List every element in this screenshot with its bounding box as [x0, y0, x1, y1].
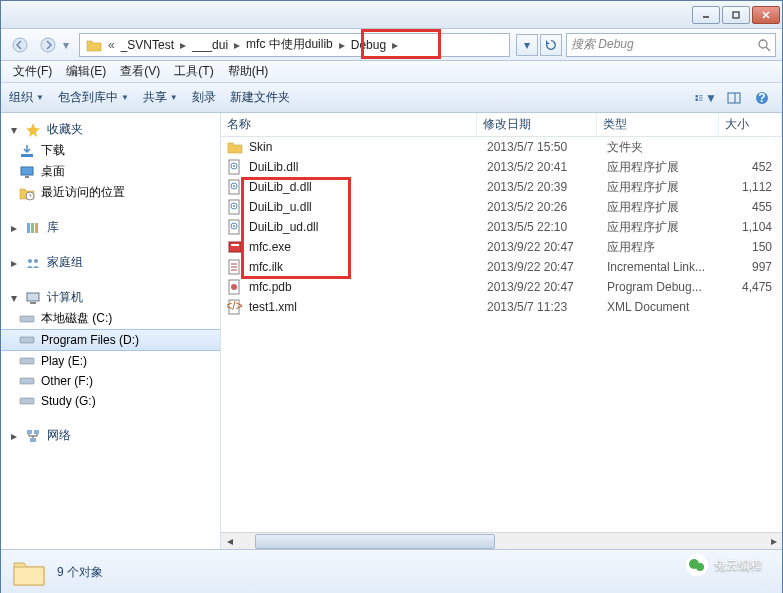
watermark: 兔云编程 [686, 554, 762, 576]
titlebar [1, 1, 782, 29]
view-options-button[interactable]: ▼ [694, 87, 718, 109]
sidebar-network-header[interactable]: ▸网络 [1, 425, 220, 446]
column-header-size[interactable]: 大小 [719, 113, 782, 136]
file-size: 455 [723, 200, 782, 214]
svg-rect-50 [231, 244, 239, 246]
svg-point-39 [233, 165, 235, 167]
chevron-right-icon[interactable]: ▸ [232, 38, 242, 52]
download-icon [19, 143, 35, 159]
help-button[interactable]: ? [750, 87, 774, 109]
sidebar-item-downloads[interactable]: 下载 [1, 140, 220, 161]
svg-rect-10 [699, 96, 702, 97]
search-input[interactable]: 搜索 Debug [566, 33, 776, 57]
file-date: 2013/9/22 20:47 [481, 280, 601, 294]
breadcrumb-segment[interactable]: mfc 中使用duilib [242, 36, 337, 53]
dll-icon [227, 179, 243, 195]
horizontal-scrollbar[interactable]: ◂ ▸ [221, 532, 782, 549]
navbar: ▾ « _SVNTest ▸ ___dui ▸ mfc 中使用duilib ▸ … [1, 29, 782, 61]
file-row[interactable]: mfc.exe2013/9/22 20:47应用程序150 [221, 237, 782, 257]
file-row[interactable]: Skin2013/5/7 15:50文件夹 [221, 137, 782, 157]
sidebar-drive-g[interactable]: Study (G:) [1, 391, 220, 411]
breadcrumb-bar[interactable]: « _SVNTest ▸ ___dui ▸ mfc 中使用duilib ▸ De… [79, 33, 510, 57]
sidebar-item-desktop[interactable]: 桌面 [1, 161, 220, 182]
svg-rect-36 [30, 438, 36, 442]
breadcrumb-dropdown-button[interactable]: ▾ [516, 34, 538, 56]
column-header-name[interactable]: 名称 [221, 113, 477, 136]
svg-rect-13 [699, 100, 702, 101]
svg-point-6 [759, 40, 767, 48]
file-row[interactable]: DuiLib.dll2013/5/2 20:41应用程序扩展452 [221, 157, 782, 177]
chevron-right-icon[interactable]: ▸ [178, 38, 188, 52]
file-date: 2013/5/2 20:26 [481, 200, 601, 214]
computer-icon [25, 290, 41, 306]
close-button[interactable] [752, 6, 780, 24]
sidebar-drive-f[interactable]: Other (F:) [1, 371, 220, 391]
file-name: mfc.pdb [249, 280, 481, 294]
sidebar-computer-header[interactable]: ▾计算机 [1, 287, 220, 308]
nav-history-dropdown[interactable]: ▾ [63, 38, 75, 52]
menu-view[interactable]: 查看(V) [114, 61, 166, 82]
scroll-left-icon[interactable]: ◂ [221, 533, 238, 550]
file-name: DuiLib_ud.dll [249, 220, 481, 234]
file-row[interactable]: DuiLib_d.dll2013/5/2 20:39应用程序扩展1,112 [221, 177, 782, 197]
file-name: DuiLib.dll [249, 160, 481, 174]
column-header-date[interactable]: 修改日期 [477, 113, 597, 136]
file-row[interactable]: mfc.ilk2013/9/22 20:47Incremental Link..… [221, 257, 782, 277]
menu-help[interactable]: 帮助(H) [222, 61, 275, 82]
toolbar-organize[interactable]: 组织▼ [9, 89, 44, 106]
toolbar-burn[interactable]: 刻录 [192, 89, 216, 106]
file-name: Skin [249, 140, 481, 154]
svg-point-4 [13, 38, 27, 52]
sidebar-homegroup-header[interactable]: ▸家庭组 [1, 252, 220, 273]
svg-rect-27 [27, 293, 39, 301]
breadcrumb-segment[interactable]: _SVNTest [117, 38, 178, 52]
statusbar: 9 个对象 [1, 549, 782, 593]
chevron-right-icon[interactable]: « [106, 38, 117, 52]
menu-tools[interactable]: 工具(T) [168, 61, 219, 82]
menu-file[interactable]: 文件(F) [7, 61, 58, 82]
recent-icon [19, 185, 35, 201]
search-placeholder: 搜索 Debug [571, 36, 634, 53]
dll-icon [227, 219, 243, 235]
refresh-button[interactable] [540, 34, 562, 56]
svg-rect-29 [20, 316, 34, 322]
sidebar-item-recent[interactable]: 最近访问的位置 [1, 182, 220, 203]
sidebar-drive-c[interactable]: 本地磁盘 (C:) [1, 308, 220, 329]
toolbar-include[interactable]: 包含到库中▼ [58, 89, 129, 106]
toolbar-share[interactable]: 共享▼ [143, 89, 178, 106]
maximize-button[interactable] [722, 6, 750, 24]
nav-forward-button[interactable] [35, 33, 61, 57]
breadcrumb-segment[interactable]: ___dui [188, 38, 232, 52]
file-row[interactable]: DuiLib_u.dll2013/5/2 20:26应用程序扩展455 [221, 197, 782, 217]
file-row[interactable]: mfc.pdb2013/9/22 20:47Program Debug...4,… [221, 277, 782, 297]
nav-back-button[interactable] [7, 33, 33, 57]
svg-rect-8 [696, 95, 698, 97]
svg-rect-34 [27, 430, 32, 434]
file-type: 应用程序扩展 [601, 159, 723, 176]
exe-icon [227, 239, 243, 255]
scroll-right-icon[interactable]: ▸ [765, 533, 782, 550]
file-date: 2013/5/7 15:50 [481, 140, 601, 154]
drive-icon [19, 393, 35, 409]
file-row[interactable]: DuiLib_ud.dll2013/5/5 22:10应用程序扩展1,104 [221, 217, 782, 237]
sidebar-favorites-header[interactable]: ▾收藏夹 [1, 119, 220, 140]
sidebar-drive-d[interactable]: Program Files (D:) [1, 329, 220, 351]
minimize-button[interactable] [692, 6, 720, 24]
file-row[interactable]: </>test1.xml2013/5/7 11:23XML Document [221, 297, 782, 317]
sidebar-drive-e[interactable]: Play (E:) [1, 351, 220, 371]
toolbar-newfolder[interactable]: 新建文件夹 [230, 89, 290, 106]
column-header-type[interactable]: 类型 [597, 113, 719, 136]
sidebar-libraries-header[interactable]: ▸库 [1, 217, 220, 238]
menu-edit[interactable]: 编辑(E) [60, 61, 112, 82]
preview-pane-button[interactable] [722, 87, 746, 109]
file-size: 4,475 [723, 280, 782, 294]
folder-icon [11, 555, 47, 591]
chevron-right-icon[interactable]: ▸ [337, 38, 347, 52]
file-list[interactable]: Skin2013/5/7 15:50文件夹DuiLib.dll2013/5/2 … [221, 137, 782, 532]
breadcrumb-segment[interactable]: Debug [347, 38, 390, 52]
svg-rect-1 [733, 12, 739, 18]
chevron-right-icon[interactable]: ▸ [390, 38, 400, 52]
file-type: 文件夹 [601, 139, 723, 156]
file-type: Incremental Link... [601, 260, 723, 274]
scrollbar-thumb[interactable] [255, 534, 495, 549]
